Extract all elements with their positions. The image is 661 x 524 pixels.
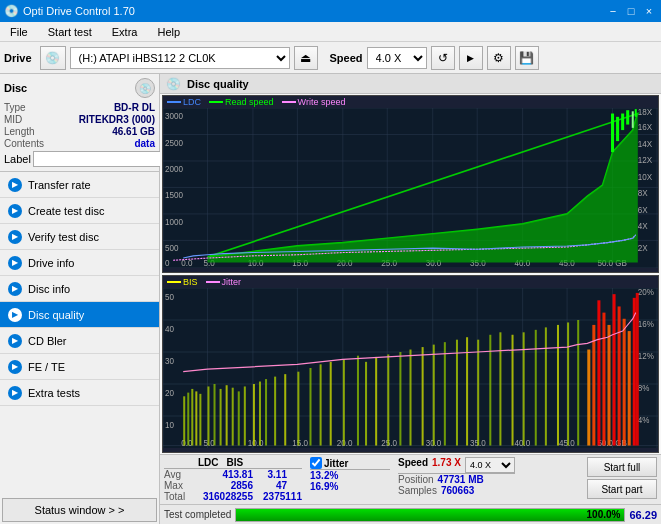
position-label: Position (398, 474, 434, 485)
svg-rect-140 (597, 300, 600, 445)
sidebar-item-extra-tests[interactable]: ▶ Extra tests (0, 380, 159, 406)
svg-text:50.0 GB: 50.0 GB (597, 437, 627, 448)
sidebar-item-verify-test-disc[interactable]: ▶ Verify test disc (0, 224, 159, 250)
menu-help[interactable]: Help (151, 24, 186, 40)
svg-text:10X: 10X (638, 171, 653, 181)
menu-start-test[interactable]: Start test (42, 24, 98, 40)
sidebar-item-extra-tests-label: Extra tests (28, 387, 80, 399)
disc-quality-icon: ▶ (8, 308, 22, 322)
svg-rect-142 (607, 325, 610, 446)
panel-title: Disc quality (187, 78, 249, 90)
settings-button[interactable]: ⚙ (487, 46, 511, 70)
speed-label: Speed (330, 52, 363, 64)
svg-rect-100 (207, 386, 209, 445)
panel-header: 💿 Disc quality (160, 74, 661, 94)
svg-rect-141 (602, 313, 605, 446)
svg-rect-135 (557, 325, 559, 446)
disc-section-title: Disc (4, 82, 27, 94)
panel-icon: 💿 (166, 77, 181, 91)
eject-button[interactable]: ⏏ (294, 46, 318, 70)
svg-rect-136 (567, 322, 569, 445)
sidebar-item-disc-info[interactable]: ▶ Disc info (0, 276, 159, 302)
extra-tests-icon: ▶ (8, 386, 22, 400)
status-window-button[interactable]: Status window > > (2, 498, 157, 522)
burn-button[interactable]: ▶ (459, 46, 483, 70)
menu-file[interactable]: File (4, 24, 34, 40)
sidebar-item-fe-te[interactable]: ▶ FE / TE (0, 354, 159, 380)
svg-text:12%: 12% (638, 351, 654, 362)
svg-rect-121 (399, 352, 401, 446)
sidebar-item-transfer-rate[interactable]: ▶ Transfer rate (0, 172, 159, 198)
app-title: Opti Drive Control 1.70 (23, 5, 135, 17)
speed-stats-select[interactable]: 4.0 X (465, 457, 515, 473)
jitter-checkbox[interactable] (310, 457, 322, 469)
svg-text:40: 40 (165, 324, 174, 335)
svg-rect-117 (357, 356, 359, 446)
disc-length-row: Length 46.61 GB (4, 126, 155, 137)
bottom-chart-legend: BIS Jitter (163, 276, 658, 288)
sidebar-item-disc-quality[interactable]: ▶ Disc quality (0, 302, 159, 328)
svg-text:2000: 2000 (165, 164, 183, 174)
speed-select[interactable]: 4.0 X (367, 47, 427, 69)
save-button[interactable]: 💾 (515, 46, 539, 70)
maximize-button[interactable]: □ (623, 3, 639, 19)
svg-rect-123 (422, 347, 424, 445)
sidebar-item-disc-quality-label: Disc quality (28, 309, 84, 321)
avg-label: Avg (164, 469, 194, 480)
svg-rect-147 (633, 298, 636, 446)
svg-text:12X: 12X (638, 155, 653, 165)
minimize-button[interactable]: − (605, 3, 621, 19)
total-label: Total (164, 491, 194, 502)
sidebar-item-fe-te-label: FE / TE (28, 361, 65, 373)
nav-items: ▶ Transfer rate ▶ Create test disc ▶ Ver… (0, 172, 159, 496)
svg-rect-110 (274, 377, 276, 446)
disc-length-label: Length (4, 126, 35, 137)
title-bar: 💿 Opti Drive Control 1.70 − □ × (0, 0, 661, 22)
sidebar: Disc 💿 Type BD-R DL MID RITEKDR3 (000) L… (0, 74, 160, 524)
disc-label-input[interactable] (33, 151, 166, 167)
jitter-max-value: 16.9% (310, 481, 390, 492)
main-content: 💿 Disc quality LDC Read speed (160, 74, 661, 524)
svg-rect-115 (330, 362, 332, 446)
svg-text:500: 500 (165, 243, 179, 253)
start-full-button[interactable]: Start full (587, 457, 657, 477)
svg-text:10: 10 (165, 420, 174, 431)
speed-stats-label: Speed (398, 457, 428, 473)
start-part-button[interactable]: Start part (587, 479, 657, 499)
sidebar-item-cd-bler[interactable]: ▶ CD Bler (0, 328, 159, 354)
svg-text:8X: 8X (638, 188, 648, 198)
drive-select[interactable]: (H:) ATAPI iHBS112 2 CL0K (70, 47, 290, 69)
disc-label-label: Label (4, 153, 31, 165)
svg-rect-104 (232, 388, 234, 446)
svg-text:30: 30 (165, 356, 174, 367)
svg-text:20%: 20% (638, 288, 654, 298)
samples-value: 760663 (441, 485, 474, 496)
svg-rect-113 (309, 368, 311, 446)
ldc-legend: LDC (167, 97, 201, 107)
svg-rect-139 (592, 325, 595, 446)
write-speed-legend: Write speed (282, 97, 346, 107)
bis-total-value: 2375111 (257, 491, 302, 502)
refresh-button[interactable]: ↺ (431, 46, 455, 70)
disc-mid-row: MID RITEKDR3 (000) (4, 114, 155, 125)
svg-rect-138 (587, 350, 590, 446)
close-button[interactable]: × (641, 3, 657, 19)
svg-text:16X: 16X (638, 122, 653, 132)
sidebar-item-cd-bler-label: CD Bler (28, 335, 67, 347)
svg-rect-118 (365, 362, 367, 446)
svg-text:2X: 2X (638, 243, 648, 253)
disc-length-value: 46.61 GB (112, 126, 155, 137)
svg-rect-127 (466, 337, 468, 445)
sidebar-item-create-test-disc[interactable]: ▶ Create test disc (0, 198, 159, 224)
svg-text:20: 20 (165, 388, 174, 399)
disc-contents-value: data (134, 138, 155, 149)
disc-info-icon: ▶ (8, 282, 22, 296)
drive-icon-btn[interactable]: 💿 (40, 46, 66, 70)
sidebar-item-drive-info[interactable]: ▶ Drive info (0, 250, 159, 276)
jitter-col-header: Jitter (324, 458, 348, 469)
svg-rect-105 (238, 391, 240, 445)
svg-text:1000: 1000 (165, 217, 183, 227)
top-chart-legend: LDC Read speed Write speed (163, 96, 658, 108)
menu-extra[interactable]: Extra (106, 24, 144, 40)
sidebar-item-transfer-rate-label: Transfer rate (28, 179, 91, 191)
